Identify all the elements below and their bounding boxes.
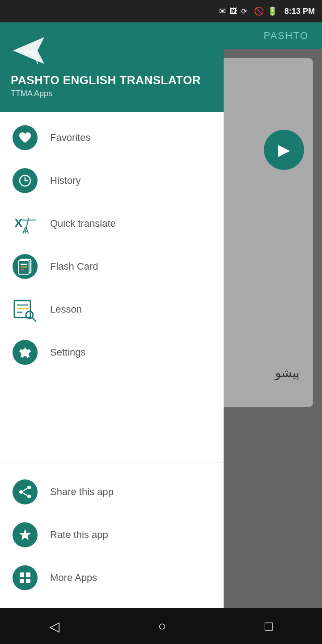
sync-icon: ⟳ [241, 7, 247, 16]
heart-icon [18, 131, 32, 144]
gear-icon [18, 346, 32, 359]
svg-rect-31 [26, 579, 30, 583]
star-icon [18, 528, 32, 542]
grid-icon [18, 571, 32, 585]
menu-items: Favorites History X A [0, 112, 224, 458]
navigation-bar: ◁ ○ □ [0, 608, 322, 644]
more-apps-label: More Apps [50, 572, 97, 584]
no-sim-icon: 🚫 [254, 6, 264, 16]
menu-item-rate[interactable]: Rate this app [0, 513, 224, 556]
home-button[interactable]: ○ [158, 619, 166, 634]
share-icon [18, 485, 32, 499]
svg-point-23 [19, 490, 23, 494]
svg-rect-28 [20, 572, 24, 577]
recent-button[interactable]: □ [265, 619, 273, 634]
send-icon: ▶ [278, 140, 290, 159]
flashcard-icon [17, 258, 33, 275]
battery-icon: 🔋 [267, 6, 277, 16]
svg-rect-30 [20, 579, 24, 583]
menu-item-lesson[interactable]: Lesson [0, 288, 224, 331]
app-logo [11, 35, 213, 66]
translate-icon: X A [13, 211, 38, 236]
svg-point-24 [27, 495, 31, 498]
lesson-icon [13, 297, 38, 322]
menu-item-share[interactable]: Share this app [0, 470, 224, 513]
menu-item-more-apps[interactable]: More Apps [0, 556, 224, 599]
translated-text: پیشو [275, 365, 300, 380]
svg-line-26 [23, 493, 27, 496]
app-subtitle: TTMA Apps [11, 89, 213, 98]
bottom-menu: Share this app Rate this app More App [0, 466, 224, 608]
flash-card-label: Flash Card [50, 261, 98, 272]
language-label: PASHTO [264, 30, 309, 42]
menu-item-flash-card[interactable]: Flash Card [0, 245, 224, 288]
favorites-label: Favorites [50, 132, 90, 144]
menu-divider [0, 462, 224, 462]
share-icon-circle [13, 479, 38, 504]
status-bar: ✉ 🖼 ⟳ 🚫 🔋 8:13 PM [0, 0, 322, 22]
quick-translate-label: Quick translate [50, 218, 116, 229]
notification-icon: ✉ [219, 6, 226, 16]
drawer-header: PASHTO ENGLISH TRANSLATOR TTMA Apps [0, 22, 224, 112]
rate-label: Rate this app [50, 529, 108, 541]
menu-item-settings[interactable]: Settings [0, 331, 224, 374]
back-button[interactable]: ◁ [49, 619, 59, 634]
flashcard-icon-circle [13, 254, 38, 279]
svg-point-22 [27, 486, 31, 489]
share-label: Share this app [50, 486, 114, 498]
image-icon: 🖼 [229, 7, 237, 16]
clock-icon [18, 174, 32, 187]
navigation-drawer: PASHTO ENGLISH TRANSLATOR TTMA Apps Favo… [0, 22, 224, 608]
send-button[interactable]: ▶ [264, 130, 304, 170]
status-icons: ✉ 🖼 ⟳ 🚫 🔋 8:13 PM [219, 6, 315, 16]
svg-rect-29 [26, 572, 30, 577]
lesson-label: Lesson [50, 304, 82, 315]
svg-text:X: X [14, 216, 23, 230]
settings-icon-circle [13, 340, 38, 365]
menu-item-history[interactable]: History [0, 159, 224, 202]
svg-marker-27 [19, 529, 31, 540]
lesson-icon-wrap [13, 297, 38, 322]
logo-icon [11, 35, 47, 66]
history-icon-circle [13, 168, 38, 193]
settings-label: Settings [50, 347, 86, 358]
more-apps-icon-circle [13, 565, 38, 590]
menu-item-quick-translate[interactable]: X A Quick translate [0, 202, 224, 245]
rate-icon-circle [13, 522, 38, 547]
status-time: 8:13 PM [284, 7, 315, 16]
favorites-icon-circle [13, 125, 38, 150]
history-label: History [50, 175, 80, 186]
menu-item-favorites[interactable]: Favorites [0, 116, 224, 159]
translate-icon-wrap: X A [13, 211, 38, 236]
app-title: PASHTO ENGLISH TRANSLATOR [11, 73, 213, 87]
svg-line-20 [32, 318, 36, 321]
svg-line-25 [23, 488, 27, 491]
